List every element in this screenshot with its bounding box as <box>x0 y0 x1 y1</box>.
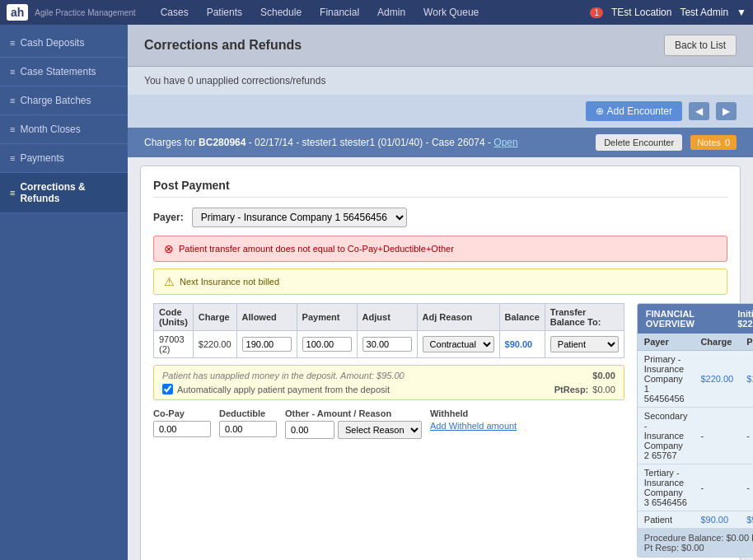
allowed-input[interactable] <box>242 337 292 352</box>
charge-info: Charges for BC280964 - 02/17/14 - steste… <box>144 137 587 148</box>
sidebar-item-charge-batches[interactable]: ≡ Charge Batches <box>0 86 128 115</box>
sidebar-item-corrections-refunds[interactable]: ≡ Corrections & Refunds <box>0 173 128 213</box>
cell-transfer: Patient Secondary Tertiary <box>545 331 624 358</box>
table-row: 97003 (2) $220.00 <box>154 331 624 358</box>
other-label: Other - Amount / Reason <box>285 408 422 418</box>
table-row: Tertiary - Insurance Company 3 6546456 -… <box>638 464 753 511</box>
col-charge: Charge <box>193 304 236 331</box>
location-label: TEst Location <box>611 7 671 18</box>
fin-header: FINANCIAL OVERVIEW Initial charge: $220.… <box>638 304 753 334</box>
page-title: Corrections and Refunds <box>144 38 302 53</box>
info-message: You have 0 unapplied corrections/refunds <box>144 75 325 86</box>
notes-count: 0 <box>725 138 730 147</box>
table-row: Secondary - Insurance Company 2 65767 - … <box>638 408 753 464</box>
table-row: Patient $90.00 $90.00 - <box>638 511 753 529</box>
cell-balance: $90.00 <box>499 331 545 358</box>
deductible-input[interactable] <box>219 421 277 437</box>
cell-payment <box>297 331 357 358</box>
adjust-input[interactable] <box>362 337 412 352</box>
sidebar-item-case-statements[interactable]: ≡ Case Statements <box>0 58 128 86</box>
add-encounter-button[interactable]: ⊕ Add Encounter <box>586 101 682 121</box>
nav-workqueue[interactable]: Work Queue <box>415 3 487 21</box>
withheld-label: Withheld <box>430 408 517 418</box>
pt-resp-amount: $0.00 <box>592 385 615 394</box>
list-icon: ≡ <box>10 153 15 163</box>
nav-cases[interactable]: Cases <box>152 3 197 21</box>
add-withheld-link[interactable]: Add Withheld amount <box>430 421 517 431</box>
auto-apply-row: Automatically apply patient payment from… <box>162 384 615 394</box>
sidebar-item-label: Case Statements <box>20 66 96 77</box>
fin-charge-0: $220.00 <box>694 351 740 408</box>
sidebar-item-label: Payments <box>20 152 63 164</box>
right-col: FINANCIAL OVERVIEW Initial charge: $220.… <box>637 303 753 558</box>
fin-initial-charge: Initial charge: $220.00 <box>737 309 753 329</box>
bottom-fields: Co-Pay Deductible Other - Amount / Reaso… <box>153 408 624 439</box>
sidebar-item-month-closes[interactable]: ≡ Month Closes <box>0 115 128 144</box>
sidebar-item-cash-deposits[interactable]: ≡ Cash Deposits <box>0 29 128 58</box>
copay-input[interactable] <box>153 421 211 437</box>
chevron-down-icon: ▼ <box>737 7 746 18</box>
other-input[interactable] <box>285 421 334 439</box>
charges-for-label: Charges for <box>144 137 196 148</box>
open-link[interactable]: Open <box>493 137 517 148</box>
sidebar-item-label: Corrections & Refunds <box>20 181 118 204</box>
deductible-label: Deductible <box>219 408 277 418</box>
col-code: Code (Units) <box>154 304 194 331</box>
fin-payment-3: $90.00 <box>740 511 753 529</box>
fin-title: FINANCIAL OVERVIEW <box>646 309 737 329</box>
two-col-layout: Code (Units) Charge Allowed Payment Adju… <box>153 303 727 558</box>
patient-name: stester1 stester1 (01/01/40) <box>302 137 423 148</box>
cell-allowed <box>236 331 297 358</box>
col-payment: Payment <box>297 304 357 331</box>
fin-col-charge: Charge <box>694 334 740 351</box>
sidebar-item-payments[interactable]: ≡ Payments <box>0 144 128 173</box>
nav-financial[interactable]: Financial <box>311 3 367 21</box>
nav-admin[interactable]: Admin <box>369 3 414 21</box>
alert-red-text: Patient transfer amount does not equal t… <box>179 244 454 254</box>
charge-table: Code (Units) Charge Allowed Payment Adju… <box>153 303 624 358</box>
table-row: Primary - Insurance Company 1 56456456 $… <box>638 351 753 408</box>
app-brand: Agile Practice Management <box>35 8 135 17</box>
encounter-date: 02/17/14 <box>255 137 293 148</box>
prev-arrow-button[interactable]: ◀ <box>689 102 709 120</box>
withheld-group: Withheld Add Withheld amount <box>430 408 517 431</box>
layout: ≡ Cash Deposits ≡ Case Statements ≡ Char… <box>0 25 753 560</box>
col-balance: Balance <box>499 304 545 331</box>
sidebar-item-label: Cash Deposits <box>20 37 84 49</box>
payer-row: Payer: Primary - Insurance Company 1 564… <box>153 208 727 227</box>
notes-label: Notes <box>697 138 721 147</box>
fin-charge-3: $90.00 <box>694 511 740 529</box>
notes-badge: Notes 0 <box>690 135 737 150</box>
fin-col-payer: Payer <box>638 334 695 351</box>
fin-payment-0: $100.00 <box>740 351 753 408</box>
reason-select[interactable]: Select Reason Copay Deductible Other <box>338 421 422 439</box>
user-label: Test Admin <box>680 7 728 18</box>
applied-notice: Patient has unapplied money in the depos… <box>153 365 624 400</box>
sidebar-item-label: Charge Batches <box>20 95 91 106</box>
pt-resp-label: PtResp: <box>554 385 589 394</box>
adj-reason-select[interactable]: Contractual Write-off Other <box>423 336 494 352</box>
delete-encounter-button[interactable]: Delete Encounter <box>596 134 682 151</box>
auto-apply-checkbox[interactable] <box>162 384 173 394</box>
back-to-list-button[interactable]: Back to List <box>664 35 737 56</box>
fin-table: Payer Charge Payment Adjust Primary - In… <box>638 334 753 529</box>
financial-overview: FINANCIAL OVERVIEW Initial charge: $220.… <box>637 303 753 558</box>
notification-badge: 1 <box>590 7 603 18</box>
other-reason-group: Other - Amount / Reason Select Reason Co… <box>285 408 422 439</box>
payer-select[interactable]: Primary - Insurance Company 1 56456456 S… <box>192 208 407 227</box>
copay-label: Co-Pay <box>153 408 211 418</box>
case-id: 26074 <box>457 137 484 148</box>
sidebar: ≡ Cash Deposits ≡ Case Statements ≡ Char… <box>0 25 128 560</box>
top-nav: ah Agile Practice Management Cases Patie… <box>0 0 753 25</box>
nav-schedule[interactable]: Schedule <box>252 3 310 21</box>
cell-adj-reason: Contractual Write-off Other <box>417 331 499 358</box>
alert-red: ⊗ Patient transfer amount does not equal… <box>153 236 727 262</box>
next-arrow-button[interactable]: ▶ <box>716 102 737 120</box>
auto-apply-label: Automatically apply patient payment from… <box>177 385 390 394</box>
fin-payer-0: Primary - Insurance Company 1 56456456 <box>638 351 695 408</box>
nav-patients[interactable]: Patients <box>199 3 250 21</box>
payment-input[interactable] <box>302 337 352 352</box>
list-icon: ≡ <box>10 38 15 48</box>
col-adj-reason: Adj Reason <box>417 304 499 331</box>
transfer-select[interactable]: Patient Secondary Tertiary <box>550 336 619 352</box>
